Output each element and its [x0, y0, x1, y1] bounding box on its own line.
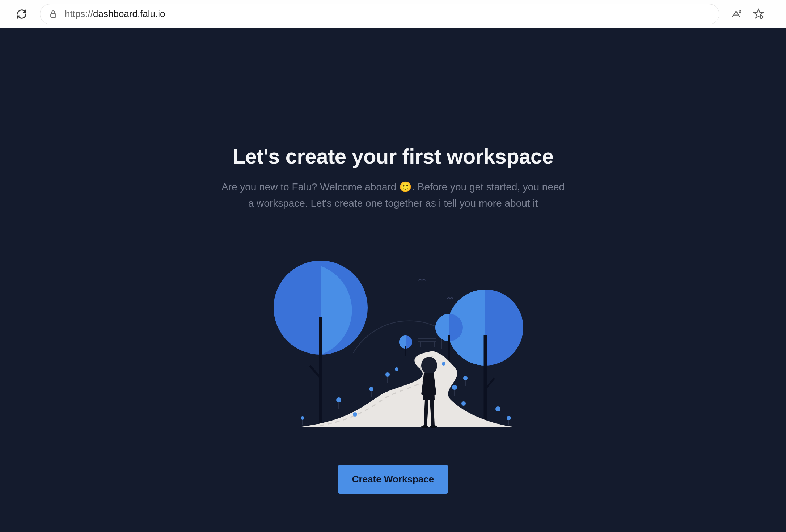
- svg-point-20: [353, 412, 357, 417]
- favorite-icon[interactable]: [753, 8, 764, 20]
- svg-point-34: [495, 406, 500, 411]
- address-bar[interactable]: https://dashboard.falu.io: [40, 4, 719, 24]
- content-area: Let's create your first workspace Are yo…: [0, 28, 786, 532]
- svg-point-38: [442, 362, 445, 366]
- onboarding-illustration: [263, 244, 523, 432]
- svg-point-41: [430, 425, 437, 428]
- svg-point-40: [421, 425, 428, 428]
- svg-rect-0: [51, 14, 56, 17]
- browser-chrome: https://dashboard.falu.io: [0, 0, 786, 28]
- svg-point-28: [395, 367, 398, 371]
- svg-point-36: [507, 416, 511, 420]
- svg-point-33: [461, 401, 466, 406]
- svg-point-39: [421, 357, 437, 374]
- svg-point-22: [301, 416, 304, 420]
- svg-point-31: [463, 376, 468, 380]
- create-workspace-button[interactable]: Create Workspace: [338, 465, 448, 494]
- lock-icon: [49, 9, 58, 19]
- browser-actions: [730, 8, 772, 20]
- read-aloud-icon[interactable]: [730, 8, 742, 20]
- url-domain: dashboard.falu.io: [93, 8, 165, 19]
- refresh-icon: [16, 9, 27, 20]
- svg-point-26: [385, 372, 390, 377]
- page-title: Let's create your first workspace: [232, 144, 553, 168]
- svg-point-29: [452, 385, 457, 390]
- url-text: https://dashboard.falu.io: [65, 8, 165, 20]
- svg-point-18: [336, 397, 341, 402]
- svg-point-24: [369, 387, 373, 391]
- refresh-button[interactable]: [14, 7, 29, 21]
- page-subtitle: Are you new to Falu? Welcome aboard 🙂. B…: [219, 179, 567, 212]
- url-prefix: https://: [65, 8, 93, 19]
